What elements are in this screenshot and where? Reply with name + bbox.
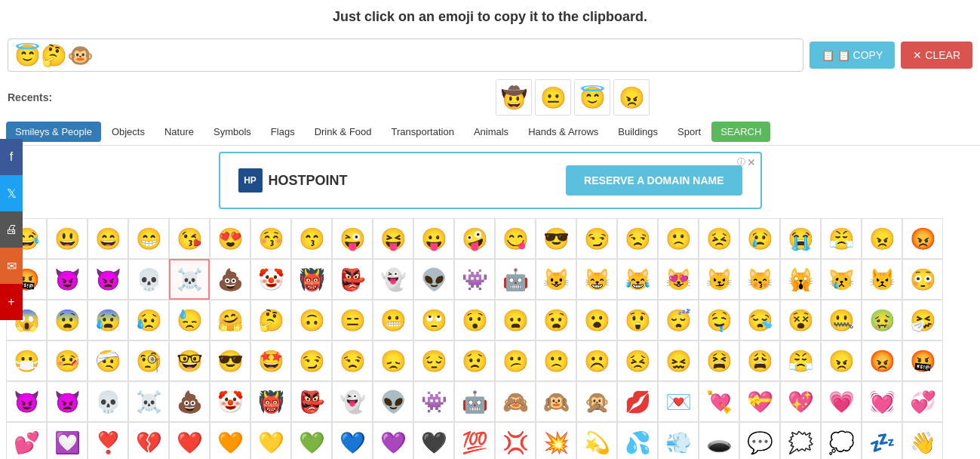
emoji-cell[interactable]: 👹 <box>291 259 332 300</box>
emoji-cell[interactable]: 😣 <box>617 340 658 381</box>
emoji-cell[interactable]: 👻 <box>332 381 373 422</box>
emoji-cell[interactable]: 😒 <box>332 340 373 381</box>
emoji-cell[interactable]: 😑 <box>332 300 373 340</box>
emoji-cell[interactable]: 🙊 <box>576 381 617 422</box>
emoji-cell[interactable]: 😜 <box>332 218 373 259</box>
emoji-cell[interactable]: 🕳️ <box>699 422 739 459</box>
emoji-cell[interactable]: 🤗 <box>210 300 250 340</box>
emoji-cell[interactable]: 😵 <box>780 300 821 340</box>
emoji-cell[interactable]: 🙁 <box>658 218 699 259</box>
emoji-cell[interactable]: 💀 <box>88 381 128 422</box>
emoji-cell[interactable]: 😎 <box>536 218 576 259</box>
emoji-cell[interactable]: 👾 <box>413 381 454 422</box>
emoji-cell[interactable]: 😭 <box>780 218 821 259</box>
emoji-cell[interactable]: 😺 <box>536 259 576 300</box>
emoji-cell[interactable]: 😯 <box>454 300 495 340</box>
emoji-cell[interactable]: 😛 <box>413 218 454 259</box>
emoji-cell[interactable]: 🤡 <box>250 259 291 300</box>
tab-animals[interactable]: Animals <box>465 122 518 142</box>
emoji-cell[interactable]: 😓 <box>169 300 210 340</box>
emoji-cell[interactable]: 😻 <box>658 259 699 300</box>
emoji-cell[interactable]: 💝 <box>739 381 780 422</box>
emoji-cell[interactable]: 🧡 <box>210 422 250 459</box>
emoji-cell[interactable]: 👺 <box>291 381 332 422</box>
emoji-cell[interactable]: 😏 <box>576 218 617 259</box>
emoji-cell[interactable]: ❣️ <box>88 422 128 459</box>
emoji-cell[interactable]: 🖤 <box>413 422 454 459</box>
facebook-button[interactable]: f <box>0 139 23 175</box>
emoji-cell[interactable]: 🤓 <box>169 340 210 381</box>
clipboard-input[interactable]: 😇🤔🐵 <box>8 39 803 72</box>
emoji-cell[interactable]: 🤖 <box>495 259 536 300</box>
tab-flags[interactable]: Flags <box>262 122 304 142</box>
emoji-cell[interactable]: 😳 <box>902 259 943 300</box>
emoji-cell[interactable]: 😡 <box>902 218 943 259</box>
emoji-cell[interactable]: 🙄 <box>413 300 454 340</box>
emoji-cell[interactable]: 🙉 <box>536 381 576 422</box>
emoji-cell[interactable]: 💯 <box>454 422 495 459</box>
emoji-cell[interactable]: 😨 <box>47 300 88 340</box>
emoji-cell[interactable]: 💩 <box>210 259 250 300</box>
emoji-cell[interactable]: 😔 <box>413 340 454 381</box>
emoji-cell[interactable]: 💗 <box>821 381 862 422</box>
emoji-cell[interactable]: 💤 <box>862 422 902 459</box>
emoji-cell[interactable]: 💥 <box>536 422 576 459</box>
emoji-cell[interactable]: 🤒 <box>47 340 88 381</box>
emoji-cell[interactable]: 💦 <box>617 422 658 459</box>
emoji-cell[interactable]: 😥 <box>128 300 169 340</box>
recent-emoji-1[interactable]: 🤠 <box>496 79 532 116</box>
tab-buildings[interactable]: Buildings <box>609 122 667 142</box>
emoji-cell[interactable]: 😍 <box>210 218 250 259</box>
emoji-cell[interactable]: 😟 <box>454 340 495 381</box>
emoji-cell[interactable]: 😮 <box>576 300 617 340</box>
emoji-cell[interactable]: 🤪 <box>454 218 495 259</box>
emoji-cell[interactable]: 😬 <box>373 300 413 340</box>
emoji-cell[interactable]: 😼 <box>699 259 739 300</box>
emoji-cell[interactable]: 💜 <box>373 422 413 459</box>
emoji-cell[interactable]: 🤖 <box>454 381 495 422</box>
emoji-cell[interactable]: 🤡 <box>210 381 250 422</box>
emoji-cell[interactable]: 😡 <box>862 340 902 381</box>
ad-info-icon[interactable]: ⓘ <box>737 156 745 168</box>
emoji-cell[interactable]: 😹 <box>617 259 658 300</box>
emoji-cell[interactable]: 👋 <box>902 422 943 459</box>
emoji-cell[interactable]: 😝 <box>373 218 413 259</box>
emoji-cell[interactable]: 😠 <box>821 340 862 381</box>
emoji-cell[interactable]: 😁 <box>128 218 169 259</box>
emoji-cell[interactable]: 🤕 <box>88 340 128 381</box>
emoji-cell[interactable]: 🙁 <box>536 340 576 381</box>
emoji-cell[interactable]: 😚 <box>250 218 291 259</box>
emoji-cell[interactable]: 💀 <box>128 259 169 300</box>
emoji-cell[interactable]: 😲 <box>617 300 658 340</box>
emoji-cell[interactable]: 🧐 <box>128 340 169 381</box>
emoji-cell[interactable]: 👺 <box>332 259 373 300</box>
ad-cta-button[interactable]: RESERVE A DOMAIN NAME <box>566 165 742 196</box>
emoji-cell[interactable]: 👽 <box>413 259 454 300</box>
emoji-cell[interactable]: 😏 <box>291 340 332 381</box>
emoji-cell[interactable]: 😾 <box>862 259 902 300</box>
emoji-cell[interactable]: ☠️ <box>128 381 169 422</box>
emoji-cell[interactable]: 😤 <box>780 340 821 381</box>
emoji-cell[interactable]: 💖 <box>780 381 821 422</box>
emoji-cell[interactable]: 😘 <box>169 218 210 259</box>
emoji-cell[interactable]: 💫 <box>576 422 617 459</box>
tab-symbols[interactable]: Symbols <box>204 122 260 142</box>
emoji-cell[interactable]: 😄 <box>88 218 128 259</box>
copy-button[interactable]: 📋 📋 COPY <box>809 42 896 69</box>
emoji-cell[interactable]: 😙 <box>291 218 332 259</box>
emoji-cell[interactable]: 😒 <box>617 218 658 259</box>
emoji-cell[interactable]: 💛 <box>250 422 291 459</box>
ad-close-button[interactable]: ✕ <box>747 156 756 168</box>
emoji-cell[interactable]: 💨 <box>658 422 699 459</box>
emoji-cell[interactable]: 🙃 <box>291 300 332 340</box>
emoji-cell[interactable]: 🤬 <box>902 340 943 381</box>
emoji-cell[interactable]: 😴 <box>658 300 699 340</box>
email-button[interactable]: ✉ <box>0 248 23 284</box>
emoji-cell[interactable]: ❤️ <box>169 422 210 459</box>
emoji-cell[interactable]: 🙀 <box>780 259 821 300</box>
emoji-cell[interactable]: 😫 <box>699 340 739 381</box>
tab-sport[interactable]: Sport <box>668 122 710 142</box>
emoji-cell[interactable]: 😷 <box>6 340 47 381</box>
emoji-cell[interactable]: 👹 <box>250 381 291 422</box>
emoji-cell[interactable]: 😸 <box>576 259 617 300</box>
